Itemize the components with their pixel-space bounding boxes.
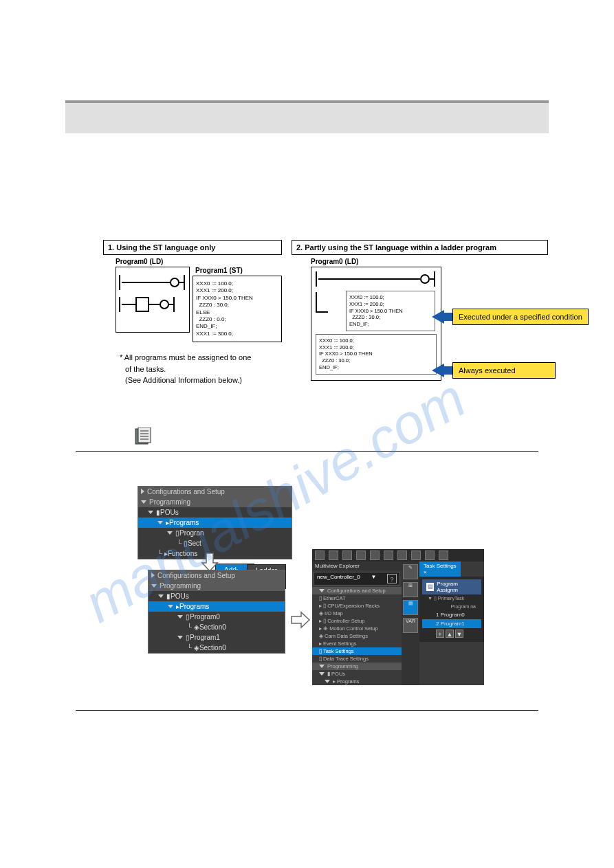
- tool-icon[interactable]: [425, 550, 435, 560]
- box1-title: 1. Using the ST language only: [103, 240, 282, 255]
- side-toolbar: ✎ ⊞ ▤ VAR: [402, 561, 419, 685]
- box2-prog-ld-label: Program0 (LD): [311, 258, 548, 265]
- svg-rect-1: [138, 427, 151, 443]
- add-button[interactable]: +: [436, 630, 444, 638]
- down-button[interactable]: ▼: [455, 630, 463, 638]
- side-icon[interactable]: ▤: [403, 600, 418, 615]
- note-icon-row: [134, 427, 614, 445]
- controller-dropdown[interactable]: new_Controller_0▼?: [314, 572, 400, 586]
- tool-icon[interactable]: [384, 550, 393, 560]
- figure-box-1: 1. Using the ST language only Program0 (…: [103, 240, 282, 386]
- callout-1: Executed under a specified condition: [432, 309, 589, 325]
- tool-icon[interactable]: [329, 550, 338, 560]
- tool-icon[interactable]: [397, 550, 407, 560]
- screenshot-2: Configurations and Setup Programming ▮ P…: [148, 570, 285, 654]
- nested-ladder-container: XXX0 := 100.0; XXX1 := 200.0; IF XXX0 > …: [311, 267, 441, 381]
- inline-st-2: XXX0 := 100.0; XXX1 := 200.0; IF XXX0 > …: [316, 334, 437, 375]
- figure-area: manualshive.com 1. Using the ST language…: [103, 240, 557, 386]
- screenshots-area: Configurations and Setup Programming ▮ P…: [138, 486, 614, 692]
- right-arrow-icon: [290, 610, 311, 630]
- box1-prog-ld-label: Program0 (LD): [116, 258, 282, 265]
- note-document-icon: [134, 427, 152, 445]
- tool-icon[interactable]: [315, 550, 325, 560]
- page: manualshive.com 1. Using the ST language…: [0, 100, 614, 711]
- screenshot-3: Multiview Explorer new_Controller_0▼? Co…: [312, 549, 484, 685]
- footnote: * All programs must be assigned to one o…: [120, 352, 282, 386]
- tool-icon[interactable]: [411, 550, 421, 560]
- up-button[interactable]: ▲: [446, 630, 454, 638]
- multiview-explorer: Multiview Explorer new_Controller_0▼? Co…: [312, 561, 402, 685]
- box2-title: 2. Partly using the ST language within a…: [292, 240, 548, 255]
- task-settings-panel: Task Settings × ▤Program Assignm ▼ ▯ Pri…: [419, 561, 484, 685]
- tool-icon[interactable]: [342, 550, 352, 560]
- task-settings-tab[interactable]: Task Settings ×: [419, 561, 461, 577]
- separator-1: [76, 451, 538, 452]
- tool-icon[interactable]: [370, 550, 380, 560]
- st-code-box: XXX0 := 100.0; XXX1 := 200.0; IF XXX0 > …: [193, 276, 282, 342]
- tool-icon[interactable]: [439, 550, 448, 560]
- side-icon[interactable]: ✎: [403, 564, 418, 579]
- tool-icon[interactable]: [356, 550, 366, 560]
- callout-2: Always executed: [432, 362, 556, 379]
- side-icon[interactable]: VAR: [403, 618, 418, 633]
- page-header-bar: [65, 100, 549, 133]
- box1-prog-st-label: Program1 (ST): [195, 267, 282, 274]
- toolbar: [312, 549, 484, 561]
- box1-content: Program1 (ST) XXX0 := 100.0; XXX1 := 200…: [116, 267, 282, 342]
- side-icon[interactable]: ⊞: [403, 582, 418, 597]
- separator-2: [76, 710, 538, 711]
- inline-st-1: XXX0 := 100.0; XXX1 := 200.0; IF XXX0 > …: [346, 291, 435, 331]
- screenshot-1: Configurations and Setup Programming ▮ P…: [138, 486, 292, 559]
- ladder-diagram: [116, 267, 190, 333]
